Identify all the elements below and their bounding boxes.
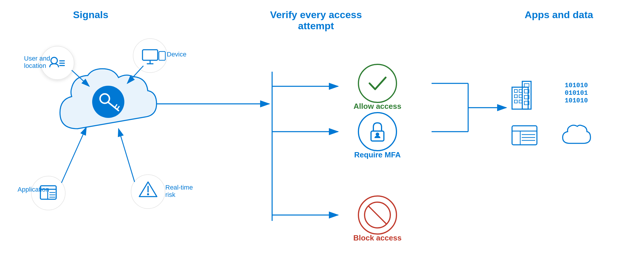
- svg-line-2: [108, 102, 119, 111]
- svg-point-16: [31, 176, 65, 210]
- svg-text:Device: Device: [167, 51, 186, 58]
- svg-text:Block access: Block access: [353, 233, 402, 242]
- svg-point-36: [358, 64, 396, 102]
- svg-point-39: [376, 133, 379, 136]
- svg-rect-51: [522, 81, 531, 109]
- svg-point-1: [100, 94, 109, 103]
- arrows-svg: Allow access Require MFA Block access: [0, 0, 644, 263]
- svg-text:Require MFA: Require MFA: [354, 150, 401, 159]
- diagram: Allow access Require MFA Block access: [0, 0, 644, 263]
- svg-text:Signals: Signals: [73, 9, 109, 20]
- svg-text:Allow access: Allow access: [353, 102, 401, 111]
- svg-point-0: [92, 86, 124, 118]
- svg-line-27: [72, 70, 89, 86]
- svg-rect-38: [371, 131, 384, 141]
- svg-rect-15: [159, 51, 165, 60]
- svg-rect-56: [514, 100, 517, 103]
- svg-point-25: [147, 193, 149, 195]
- svg-text:location: location: [24, 62, 46, 69]
- svg-line-30: [119, 129, 135, 182]
- svg-line-28: [127, 66, 143, 83]
- svg-rect-65: [512, 126, 537, 145]
- cloud-group: [60, 69, 157, 129]
- svg-rect-59: [524, 90, 529, 93]
- svg-rect-52: [514, 90, 517, 92]
- svg-text:Apps and data: Apps and data: [525, 9, 593, 20]
- svg-text:Real-time: Real-time: [165, 184, 193, 191]
- svg-point-11: [133, 39, 167, 73]
- svg-text:User and: User and: [24, 55, 50, 62]
- svg-line-42: [368, 206, 387, 224]
- svg-text:risk: risk: [165, 191, 176, 198]
- svg-line-4: [117, 106, 119, 109]
- svg-text:attempt: attempt: [298, 20, 334, 31]
- svg-rect-12: [142, 50, 158, 60]
- svg-point-5: [40, 46, 74, 80]
- svg-point-7: [51, 57, 57, 64]
- svg-line-29: [61, 127, 86, 183]
- svg-rect-53: [519, 90, 522, 92]
- svg-point-41: [365, 202, 390, 228]
- svg-line-3: [115, 105, 117, 107]
- svg-point-37: [358, 113, 396, 151]
- svg-rect-55: [519, 95, 522, 98]
- svg-point-40: [358, 196, 396, 234]
- svg-text:010101: 010101: [565, 90, 588, 97]
- svg-rect-50: [512, 87, 528, 109]
- svg-rect-58: [524, 84, 529, 87]
- svg-point-6: [41, 46, 74, 80]
- svg-rect-17: [40, 186, 56, 199]
- svg-text:Verify every access: Verify every access: [270, 9, 362, 20]
- svg-text:101010: 101010: [565, 97, 588, 104]
- svg-rect-60: [524, 95, 529, 99]
- svg-point-23: [131, 175, 165, 209]
- svg-rect-57: [519, 100, 522, 103]
- svg-text:101010: 101010: [565, 82, 588, 89]
- svg-text:Application: Application: [18, 186, 49, 193]
- svg-rect-61: [524, 101, 529, 105]
- svg-rect-54: [514, 95, 517, 98]
